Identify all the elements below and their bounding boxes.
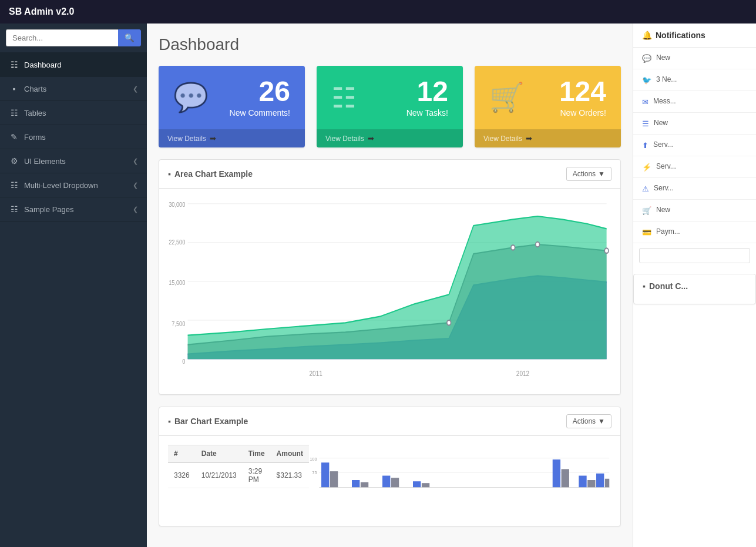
comment-notif-icon: 💬 xyxy=(642,54,651,63)
stat-cards-container: 💬 26 New Comments! View Details ➡ ☷ 12 xyxy=(159,66,621,147)
svg-text:0: 0 xyxy=(182,357,185,365)
sidebar-item-label: Multi-Level Dropdown xyxy=(24,181,98,190)
col-header-num: # xyxy=(168,445,196,463)
comments-icon: 💬 xyxy=(173,81,209,114)
chevron-icon: ❮ xyxy=(133,182,138,189)
sidebar-item-label: Charts xyxy=(24,85,46,93)
twitter-notif-icon: 🐦 xyxy=(642,76,651,85)
bar-chart-panel: ▪ Bar Chart Example Actions ▼ # xyxy=(159,407,621,526)
dropdown-icon: ▼ xyxy=(598,170,605,178)
sidebar-item-tables[interactable]: ☷ Tables xyxy=(0,101,147,125)
dashboard-icon: ☷ xyxy=(9,60,19,69)
tasks-number: 12 xyxy=(406,78,448,106)
bar xyxy=(391,478,399,487)
sidebar-item-sample-pages[interactable]: ☷ Sample Pages ❮ xyxy=(0,197,147,222)
sidebar-item-multi-level[interactable]: ☷ Multi-Level Dropdown ❮ xyxy=(0,173,147,197)
sidebar-item-charts[interactable]: ▪ Charts ❮ xyxy=(0,77,147,101)
tasks-view-details[interactable]: View Details xyxy=(325,135,364,143)
main-content: Dashboard 💬 26 New Comments! View Detail… xyxy=(147,24,633,547)
svg-text:7,500: 7,500 xyxy=(172,320,185,327)
list-notif-icon: ☰ xyxy=(642,119,649,128)
bar-chart-actions-button[interactable]: Actions ▼ xyxy=(566,414,611,428)
sidebar-item-ui-elements[interactable]: ⚙ UI Elements ❮ xyxy=(0,149,147,173)
area-chart-title: Area Chart Example xyxy=(174,169,253,179)
footer-arrow-icon: ➡ xyxy=(526,134,532,143)
area-chart-svg: 30,000 22,500 15,000 7,500 0 xyxy=(168,197,611,385)
data-point xyxy=(604,248,609,253)
comments-label: New Comments! xyxy=(230,108,290,118)
bar-chart-viz: 100 75 xyxy=(306,445,611,517)
green-area xyxy=(188,216,607,359)
cell-time: 3:29 PM xyxy=(243,462,271,488)
sidebar-item-label: Dashboard xyxy=(24,61,62,69)
bar xyxy=(330,471,338,487)
sidebar-item-label: Sample Pages xyxy=(24,205,74,214)
bar xyxy=(352,480,359,488)
search-button[interactable]: 🔍 xyxy=(118,29,141,46)
notification-item[interactable]: ✉ Mess... xyxy=(633,91,756,113)
tasks-label: New Tasks! xyxy=(406,108,448,118)
area-chart-actions-button[interactable]: Actions ▼ xyxy=(566,167,611,181)
svg-text:2012: 2012 xyxy=(516,370,529,377)
bar-chart-icon: ▪ xyxy=(168,417,171,426)
bar-chart-table-container: # Date Time Amount 3326 10/21/2013 xyxy=(168,445,297,517)
col-header-date: Date xyxy=(196,445,243,463)
notif-text: Paym... xyxy=(656,227,680,236)
upload-notif-icon: ⬆ xyxy=(642,141,649,150)
sidebar-item-dashboard[interactable]: ☷ Dashboard xyxy=(0,53,147,77)
svg-text:22,500: 22,500 xyxy=(169,238,185,246)
notification-item[interactable]: 💳 Paym... xyxy=(633,222,756,243)
data-point xyxy=(511,245,515,250)
notification-item[interactable]: ⚡ Serv... xyxy=(633,156,756,178)
donut-panel-title-text: Donut C... xyxy=(649,281,688,291)
footer-arrow-icon: ➡ xyxy=(210,134,216,143)
warning-notif-icon: ⚠ xyxy=(642,184,649,193)
data-table: # Date Time Amount 3326 10/21/2013 xyxy=(168,445,309,488)
notif-text: 3 Ne... xyxy=(656,75,677,83)
stat-card-orders: 🛒 124 New Orders! View Details ➡ xyxy=(475,66,621,147)
bar xyxy=(321,462,329,487)
notif-text: New xyxy=(656,53,670,62)
data-point xyxy=(447,320,451,325)
bar xyxy=(361,482,368,488)
main-layout: 🔍 ☷ Dashboard ▪ Charts ❮ ☷ Tables xyxy=(0,24,756,547)
notifications-search-input[interactable] xyxy=(639,248,750,263)
bar-chart-layout: # Date Time Amount 3326 10/21/2013 xyxy=(168,445,611,517)
bar-chart-title: Bar Chart Example xyxy=(174,417,248,426)
bar-chart-svg: 100 75 xyxy=(306,445,611,515)
notification-item[interactable]: 🐦 3 Ne... xyxy=(633,69,756,91)
sidebar-item-forms[interactable]: ✎ Forms xyxy=(0,125,147,149)
notif-text: Serv... xyxy=(653,140,673,149)
tasks-icon: ☷ xyxy=(331,81,357,114)
bar xyxy=(579,476,586,488)
notification-item[interactable]: ⬆ Serv... xyxy=(633,135,756,156)
area-chart-panel: ▪ Area Chart Example Actions ▼ 30,000 22… xyxy=(159,159,621,395)
notification-item[interactable]: ⚠ Serv... xyxy=(633,178,756,200)
notification-item[interactable]: 💬 New xyxy=(633,48,756,69)
notif-text: New xyxy=(656,206,670,214)
email-notif-icon: ✉ xyxy=(642,98,649,106)
svg-text:2011: 2011 xyxy=(309,370,322,377)
notification-item[interactable]: ☰ New xyxy=(633,113,756,135)
orders-view-details[interactable]: View Details xyxy=(483,135,522,143)
dropdown-icon: ▼ xyxy=(598,417,605,425)
comments-view-details[interactable]: View Details xyxy=(167,135,206,143)
svg-text:30,000: 30,000 xyxy=(169,200,185,208)
forms-icon: ✎ xyxy=(9,132,19,142)
notification-item[interactable]: 🛒 New xyxy=(633,200,756,222)
search-input[interactable] xyxy=(6,29,118,46)
stat-card-tasks: ☷ 12 New Tasks! View Details ➡ xyxy=(317,66,463,147)
ui-elements-icon: ⚙ xyxy=(9,156,19,166)
card-notif-icon: 💳 xyxy=(642,228,651,237)
page-title: Dashboard xyxy=(159,35,621,54)
bell-icon: 🔔 xyxy=(642,31,652,40)
bar xyxy=(596,474,604,488)
sidebar: 🔍 ☷ Dashboard ▪ Charts ❮ ☷ Tables xyxy=(0,24,147,547)
notif-text: New xyxy=(654,119,668,127)
sidebar-item-label: Forms xyxy=(24,133,46,142)
charts-icon: ▪ xyxy=(9,84,19,93)
sidebar-item-label: UI Elements xyxy=(24,157,66,166)
brand-title: SB Admin v2.0 xyxy=(9,6,74,17)
svg-text:75: 75 xyxy=(312,470,317,475)
data-point xyxy=(536,242,540,247)
